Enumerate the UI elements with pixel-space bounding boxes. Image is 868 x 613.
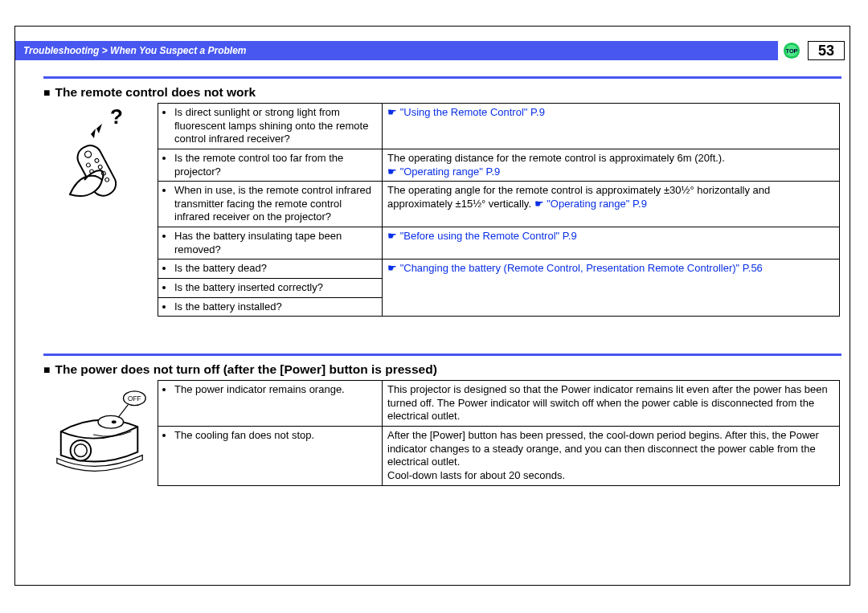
section-title: The power does not turn off (after the [… (55, 362, 436, 377)
top-icon: TOP (783, 42, 800, 59)
svg-point-17 (98, 415, 124, 428)
top-button[interactable]: TOP (778, 41, 805, 60)
table-cell-question: Has the battery insulating tape been rem… (158, 227, 383, 260)
table-cell-answer: "Using the Remote Control" P.9 (383, 104, 840, 149)
remote-control-icon: ? (52, 106, 149, 202)
divider (43, 353, 841, 356)
divider (43, 76, 841, 79)
answer-text: The operating distance for the remote co… (387, 152, 725, 164)
table-cell-answer: "Before using the Remote Control" P.9 (383, 227, 840, 260)
table-cell-question: When in use, is the remote control infra… (158, 182, 383, 227)
projector-illustration: OFF (43, 380, 158, 485)
link-before-using[interactable]: "Before using the Remote Control" P.9 (387, 230, 577, 242)
breadcrumb: Troubleshooting > When You Suspect a Pro… (15, 41, 778, 60)
section-title: The remote control does not work (55, 85, 256, 100)
table-cell-answer: "Changing the battery (Remote Control, P… (383, 260, 840, 317)
section-heading-remote: ■ The remote control does not work (43, 85, 850, 100)
square-bullet-icon: ■ (43, 86, 50, 99)
svg-text:TOP: TOP (786, 47, 798, 55)
troubleshoot-table-remote: Is direct sunlight or strong light from … (158, 103, 840, 317)
svg-point-20 (112, 420, 117, 423)
svg-point-19 (75, 444, 88, 457)
section-body-remote: ? Is direct sunlight or strong light fro… (43, 103, 840, 317)
table-cell-answer: The operating angle for the remote contr… (383, 182, 840, 227)
table-cell-answer: After the [Power] button has been presse… (383, 427, 840, 486)
remote-illustration: ? (43, 103, 158, 317)
section-body-power: OFF The power indicator remains orange. … (43, 380, 840, 485)
troubleshoot-table-power: The power indicator remains orange. This… (158, 380, 840, 485)
page-number: 53 (808, 41, 845, 60)
section-heading-power: ■ The power does not turn off (after the… (43, 362, 850, 377)
link-operating-range[interactable]: "Operating range" P.9 (387, 166, 500, 178)
projector-icon: OFF (49, 386, 152, 483)
manual-page: Troubleshooting > When You Suspect a Pro… (14, 26, 850, 586)
table-cell-answer: The operating distance for the remote co… (383, 149, 840, 181)
table-cell-answer: This projector is designed so that the P… (383, 381, 840, 427)
svg-text:OFF: OFF (128, 394, 141, 403)
table-cell-question: Is direct sunlight or strong light from … (158, 104, 383, 149)
table-cell-question: The power indicator remains orange. (158, 381, 383, 427)
svg-text:?: ? (110, 106, 123, 129)
table-cell-question-group: Is the battery dead? Is the battery inse… (158, 260, 383, 317)
table-cell-question: Is the remote control too far from the p… (158, 149, 383, 181)
header-bar: Troubleshooting > When You Suspect a Pro… (15, 41, 850, 60)
link-operating-range-2[interactable]: "Operating range" P.9 (534, 198, 647, 210)
table-cell-question: The cooling fan does not stop. (158, 427, 383, 486)
link-using-remote[interactable]: "Using the Remote Control" P.9 (387, 106, 545, 118)
square-bullet-icon: ■ (43, 363, 50, 376)
link-changing-battery[interactable]: "Changing the battery (Remote Control, P… (387, 262, 763, 274)
